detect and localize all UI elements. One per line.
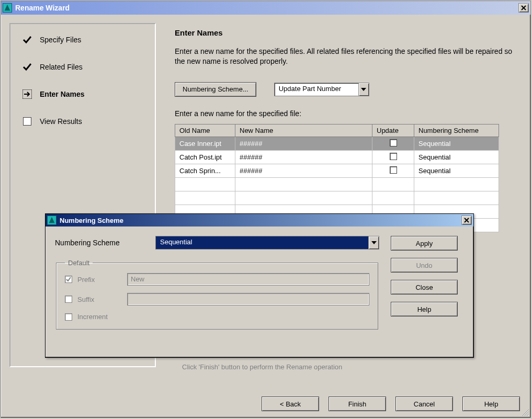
suffix-row: Suffix xyxy=(65,293,369,305)
cell-update[interactable] xyxy=(372,164,414,177)
undo-button[interactable]: Undo xyxy=(391,258,458,273)
suffix-input[interactable] xyxy=(127,293,369,305)
dialog-left-pane: Numbering Scheme Sequential Default Pref… xyxy=(55,236,379,330)
page-description: Enter a new name for the specified files… xyxy=(175,47,518,66)
prefix-row: Prefix New xyxy=(65,273,369,286)
finish-button[interactable]: Finish xyxy=(329,397,386,411)
svg-marker-0 xyxy=(5,5,10,11)
update-part-number-dropdown[interactable]: Update Part Number xyxy=(274,83,369,96)
table-row[interactable] xyxy=(175,191,499,205)
scheme-select-label: Numbering Scheme xyxy=(55,239,144,247)
cell-update[interactable] xyxy=(372,150,414,164)
app-icon xyxy=(3,3,12,13)
step-label: Related Files xyxy=(40,63,83,71)
step-label: Specify Files xyxy=(40,36,81,44)
col-update[interactable]: Update xyxy=(372,124,414,137)
checkmark-icon xyxy=(65,276,72,282)
cell-scheme[interactable]: Sequential xyxy=(414,164,499,177)
increment-row: Increment xyxy=(65,313,369,321)
close-icon xyxy=(521,5,526,10)
groupbox-title: Default xyxy=(65,259,93,267)
prefix-input[interactable]: New xyxy=(127,273,369,286)
svg-marker-2 xyxy=(361,88,366,91)
window-title: Rename Wizard xyxy=(15,4,518,12)
close-icon xyxy=(464,218,469,223)
wizard-footer: < Back Finish Cancel Help xyxy=(262,397,520,411)
cell-old-name[interactable]: Case Inner.ipt xyxy=(175,137,235,150)
main-titlebar: Rename Wizard xyxy=(1,1,530,15)
increment-checkbox[interactable] xyxy=(65,313,72,321)
step-label: Enter Names xyxy=(40,90,85,98)
update-checkbox[interactable] xyxy=(390,153,397,160)
empty-cell[interactable] xyxy=(414,177,499,191)
col-old-name[interactable]: Old Name xyxy=(175,124,235,137)
scheme-select-row: Numbering Scheme Sequential xyxy=(55,236,379,250)
cell-scheme[interactable]: Sequential xyxy=(414,137,499,150)
back-button[interactable]: < Back xyxy=(262,397,319,411)
svg-marker-9 xyxy=(49,217,55,223)
table-row[interactable]: Catch Post.ipt######Sequential xyxy=(175,150,499,164)
empty-cell[interactable] xyxy=(175,177,235,191)
scheme-controls-row: Numbering Scheme... Update Part Number xyxy=(175,82,518,97)
page-heading: Enter Names xyxy=(175,28,518,37)
empty-cell[interactable] xyxy=(235,177,372,191)
step-label: View Results xyxy=(40,117,82,126)
step-enter-names[interactable]: Enter Names xyxy=(22,89,143,99)
chevron-down-icon xyxy=(358,83,369,96)
numbering-scheme-dialog: Numbering Scheme Numbering Scheme Sequen… xyxy=(45,213,474,358)
arrow-right-icon xyxy=(22,89,32,99)
numbering-scheme-button[interactable]: Numbering Scheme... xyxy=(175,82,256,97)
dialog-button-column: Apply Undo Close Help xyxy=(391,236,464,330)
cell-new-name[interactable]: ###### xyxy=(235,164,372,177)
dialog-title: Numbering Scheme xyxy=(60,217,461,224)
apply-button[interactable]: Apply xyxy=(391,236,458,251)
step-view-results[interactable]: View Results xyxy=(22,116,143,127)
dialog-titlebar: Numbering Scheme xyxy=(46,214,473,227)
update-checkbox[interactable] xyxy=(390,139,397,146)
help-button[interactable]: Help xyxy=(391,302,458,316)
cancel-button[interactable]: Cancel xyxy=(395,397,453,411)
prefix-label: Prefix xyxy=(77,276,127,284)
update-checkbox[interactable] xyxy=(390,166,397,174)
step-specify-files[interactable]: Specify Files xyxy=(22,35,143,45)
checkmark-icon xyxy=(22,62,32,72)
empty-cell[interactable] xyxy=(235,191,372,205)
empty-cell[interactable] xyxy=(372,177,414,191)
resize-grip[interactable] xyxy=(520,407,529,416)
checkmark-icon xyxy=(22,35,32,45)
cell-old-name[interactable]: Catch Sprin... xyxy=(175,164,235,177)
dialog-body: Numbering Scheme Sequential Default Pref… xyxy=(46,227,473,335)
scheme-dropdown[interactable]: Sequential xyxy=(155,236,379,250)
cell-new-name[interactable]: ###### xyxy=(235,137,372,150)
close-button[interactable] xyxy=(518,3,529,13)
suffix-checkbox[interactable] xyxy=(65,296,72,303)
default-groupbox: Default Prefix New Suffix Increment xyxy=(56,259,378,330)
dropdown-value: Sequential xyxy=(156,236,368,249)
step-related-files[interactable]: Related Files xyxy=(22,62,143,72)
col-new-name[interactable]: New Name xyxy=(235,124,372,137)
table-row[interactable] xyxy=(175,177,499,191)
sub-prompt: Enter a new name for the specified file: xyxy=(175,109,518,118)
chevron-down-icon xyxy=(368,236,379,249)
col-numbering-scheme[interactable]: Numbering Scheme xyxy=(414,124,499,137)
increment-label: Increment xyxy=(77,313,127,321)
close-button[interactable]: Close xyxy=(391,280,458,295)
status-line: Click 'Finish' button to perform the Ren… xyxy=(182,363,342,371)
empty-cell[interactable] xyxy=(372,191,414,205)
suffix-label: Suffix xyxy=(77,296,127,303)
prefix-checkbox[interactable] xyxy=(65,276,72,283)
empty-cell[interactable] xyxy=(414,191,499,205)
cell-scheme[interactable]: Sequential xyxy=(414,150,499,164)
app-icon xyxy=(47,216,56,225)
cell-new-name[interactable]: ###### xyxy=(235,150,372,164)
dialog-close-button[interactable] xyxy=(461,216,472,225)
cell-old-name[interactable]: Catch Post.ipt xyxy=(175,150,235,164)
empty-cell[interactable] xyxy=(175,191,235,205)
empty-box-icon xyxy=(22,116,32,127)
cell-update[interactable] xyxy=(372,137,414,150)
svg-marker-10 xyxy=(371,241,377,244)
table-row[interactable]: Case Inner.ipt######Sequential xyxy=(175,137,499,150)
dropdown-value: Update Part Number xyxy=(275,83,358,96)
help-button[interactable]: Help xyxy=(462,397,520,411)
table-row[interactable]: Catch Sprin...######Sequential xyxy=(175,164,499,177)
